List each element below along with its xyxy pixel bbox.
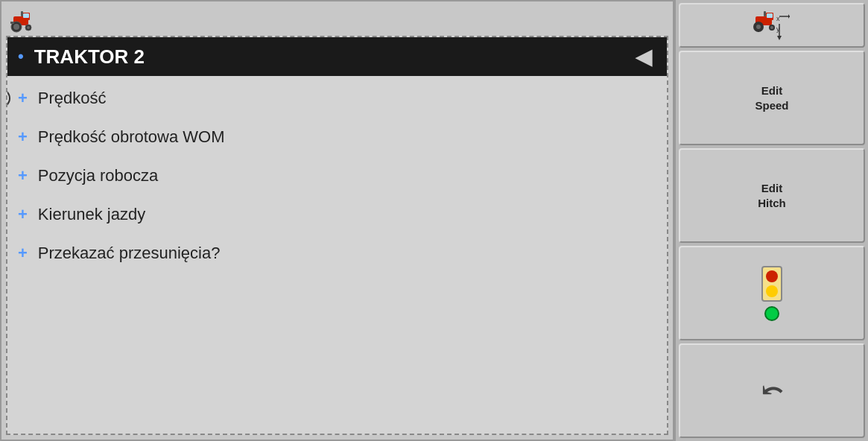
undo-icon: ⤺ (761, 374, 782, 407)
edit-speed-button[interactable]: Edit Speed (679, 51, 865, 145)
header-title: TRAKTOR 2 (34, 45, 145, 69)
edit-hitch-button[interactable]: Edit Hitch (679, 148, 865, 243)
traffic-light-icon (761, 266, 782, 321)
svg-point-4 (13, 24, 19, 30)
svg-rect-8 (10, 22, 14, 24)
content-area: • TRAKTOR 2 ◀ 2 1 + Prędkość + Prędkość … (6, 36, 668, 435)
svg-rect-2 (23, 13, 29, 18)
plus-icon-4: + (18, 205, 28, 224)
list-item[interactable]: + Kierunek jazdy (7, 195, 667, 234)
header-arrow-icon: ◀ (636, 45, 652, 69)
top-icon-bar (6, 6, 668, 36)
edit-hitch-label-line1: Edit (761, 181, 782, 196)
list-item[interactable]: + Pozycja robocza (7, 156, 667, 195)
edit-speed-label-line2: Speed (755, 98, 788, 113)
tractor-top-icon (9, 8, 36, 34)
main-panel: • TRAKTOR 2 ◀ 2 1 + Prędkość + Prędkość … (0, 0, 674, 441)
svg-point-13 (756, 25, 761, 29)
back-button[interactable]: ⤺ (679, 343, 865, 438)
sidebar: x y Edit Speed Edit Hitch ⤺ (674, 0, 868, 441)
circle-label-1: 1 (6, 89, 10, 108)
item-label-3: Pozycja robocza (38, 166, 158, 185)
plus-icon-2: + (18, 127, 28, 147)
tl-body (761, 266, 782, 302)
item-label-4: Kierunek jazdy (38, 205, 145, 224)
svg-marker-21 (777, 36, 782, 40)
tractor-icon-svg (9, 9, 36, 33)
list-item[interactable]: 1 + Prędkość (7, 79, 667, 118)
item-label-5: Przekazać przesunięcia? (38, 244, 221, 263)
header-dot: • (18, 47, 24, 66)
list-item[interactable]: + Prędkość obrotowa WOM (7, 118, 667, 156)
svg-rect-11 (767, 13, 773, 18)
tl-yellow-dot (766, 285, 778, 297)
plus-icon-5: + (18, 244, 28, 263)
svg-rect-7 (21, 11, 23, 16)
plus-icon-1: + (18, 89, 28, 108)
edit-speed-label-line1: Edit (761, 83, 782, 98)
sidebar-top-icon: x y (679, 3, 865, 48)
svg-rect-16 (764, 11, 766, 16)
list-header: • TRAKTOR 2 ◀ 2 (7, 37, 667, 76)
item-label-1: Prędkość (38, 89, 107, 108)
tractor-coords-icon-svg: x y (753, 9, 791, 42)
plus-icon-3: + (18, 166, 28, 185)
svg-point-6 (27, 26, 30, 29)
svg-marker-22 (788, 14, 790, 19)
traffic-light-button[interactable] (679, 246, 865, 340)
svg-point-15 (770, 26, 773, 29)
tl-green-dot (764, 306, 779, 321)
tl-red-dot (766, 270, 778, 282)
item-label-2: Prędkość obrotowa WOM (38, 127, 225, 147)
list-item[interactable]: + Przekazać przesunięcia? (7, 234, 667, 273)
list-items: 1 + Prędkość + Prędkość obrotowa WOM + P… (7, 76, 667, 434)
edit-hitch-label-line2: Hitch (758, 196, 786, 211)
